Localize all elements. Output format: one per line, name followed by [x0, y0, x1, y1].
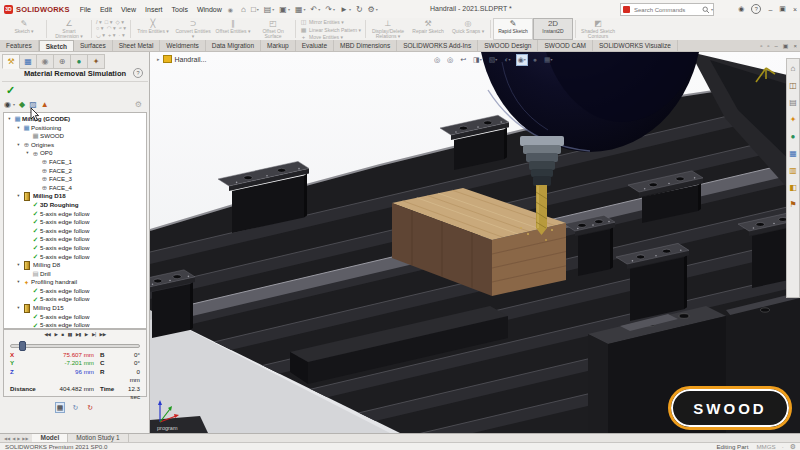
units-selector[interactable]: MMGS: [756, 443, 775, 450]
doc-window-control-icon[interactable]: ▣: [783, 40, 789, 52]
sketch-tool-icon[interactable]: ≈ ▾: [119, 26, 126, 32]
ribbon-shaded-sketch-contours[interactable]: ◩Shaded Sketch Contours: [578, 18, 618, 40]
tree-item[interactable]: ▾Milling D18: [4, 192, 146, 201]
restore-icon[interactable]: ▣: [779, 5, 786, 13]
tree-item[interactable]: ✓5-axis edge follow: [4, 313, 146, 322]
doc-window-control-icon[interactable]: ×: [793, 40, 797, 52]
expand-caret-icon[interactable]: ▾: [24, 149, 31, 158]
menu-window[interactable]: Window: [197, 6, 222, 13]
appearances-icon[interactable]: ●: [531, 54, 539, 66]
view-orientation-icon[interactable]: ▧▾: [487, 54, 500, 66]
ribbon-trim-entities[interactable]: ╳Trim Entities ▾: [133, 18, 173, 40]
tab-sketch[interactable]: Sketch: [39, 40, 74, 51]
transport-button[interactable]: ▶▮: [76, 332, 81, 337]
transport-button[interactable]: ▶: [85, 332, 88, 337]
view-settings-icon[interactable]: ▦▾: [542, 54, 555, 66]
model-tab-motion-study-1[interactable]: Motion Study 1: [68, 434, 128, 442]
ribbon-instant2d[interactable]: 2DInstant2D: [533, 18, 573, 40]
tab-sheet-metal[interactable]: Sheet Metal: [113, 40, 161, 51]
view-palette-icon[interactable]: ✦: [790, 112, 797, 128]
options-button[interactable]: ⚙▾: [368, 5, 378, 14]
simulation-quality-icon[interactable]: ◆: [19, 100, 25, 109]
ok-button[interactable]: ✓: [6, 84, 15, 97]
tree-item[interactable]: ✓5-axis edge follow: [4, 253, 146, 262]
ribbon-linear-sketch-pattern[interactable]: ▦Linear Sketch Pattern ▾: [300, 26, 361, 33]
origin-tab[interactable]: ⊕: [54, 54, 71, 69]
tooling-tab[interactable]: ✦: [88, 54, 105, 69]
search-icon[interactable]: [702, 6, 710, 14]
zoom-fit-icon[interactable]: ◎: [432, 54, 442, 66]
doc-window-control-icon[interactable]: ▫: [760, 40, 762, 52]
tree-item[interactable]: ▾Milling D15: [4, 304, 146, 313]
tree-item[interactable]: ✓5-axis edge follow: [4, 287, 146, 296]
tab-evaluate[interactable]: Evaluate: [296, 40, 334, 51]
ribbon-offset-on-surface[interactable]: ◰Offset On Surface: [253, 18, 293, 40]
tree-item[interactable]: ✓5-axis edge follow: [4, 210, 146, 219]
refresh-stock-icon[interactable]: ↻: [70, 402, 80, 413]
appearances-scenes-icon[interactable]: ●: [791, 129, 796, 145]
tab-data-migration[interactable]: Data Migration: [206, 40, 261, 51]
rebuild-button[interactable]: ↻: [356, 5, 363, 14]
custom-properties-icon[interactable]: ▦: [789, 146, 797, 162]
ribbon-mirror-entities[interactable]: ◫Mirror Entities ▾: [300, 18, 361, 25]
hide-show-items-icon[interactable]: ◉▾: [516, 54, 528, 66]
tree-item[interactable]: ▤Drill: [4, 270, 146, 279]
gcode-tab[interactable]: ▦: [20, 54, 37, 69]
tree-item[interactable]: ✓5-axis edge follow: [4, 321, 146, 329]
expand-caret-icon[interactable]: ▾: [15, 192, 22, 201]
swood-cam-pane-icon[interactable]: ⚑: [789, 197, 796, 213]
tree-item[interactable]: ✓3D Roughing: [4, 201, 146, 210]
slider-track[interactable]: [10, 344, 140, 348]
tree-item[interactable]: ✓5-axis edge follow: [4, 244, 146, 253]
minimize-icon[interactable]: –: [768, 6, 772, 13]
taskpane-home-icon[interactable]: ⌂: [791, 61, 796, 77]
ribbon-quick-snaps[interactable]: ◎Quick Snaps ▾: [448, 18, 488, 40]
home-button[interactable]: ⌂: [241, 5, 246, 14]
swood-cam-simulation-tab[interactable]: ⚒: [2, 54, 20, 69]
tab-scroll-icon[interactable]: ▶▶: [22, 436, 28, 441]
file-explorer-icon[interactable]: ▤: [789, 95, 797, 111]
expand-caret-icon[interactable]: ▾: [15, 278, 22, 287]
tree-item[interactable]: ▾▦Milling (GCODE): [4, 115, 146, 124]
tree-item[interactable]: ▾Milling D8: [4, 261, 146, 270]
tab-surfaces[interactable]: Surfaces: [74, 40, 113, 51]
breadcrumb[interactable]: ▸ Handrail...: [157, 55, 206, 63]
tree-item[interactable]: ▦SWOOD: [4, 132, 146, 141]
ribbon-display-delete-relations[interactable]: ⊥Display/Delete Relations ▾: [368, 18, 408, 40]
tab-solidworks-visualize[interactable]: SOLIDWORKS Visualize: [593, 40, 678, 51]
tab-swood-cam[interactable]: SWOOD CAM: [538, 40, 593, 51]
visibility-icon[interactable]: ◉: [4, 100, 11, 109]
sketch-entity-tools[interactable]: / ▾□ ▾◇ ▾○ ▾◠ ▾≈ ▾◡ ▾+ ▾· ▾: [94, 18, 128, 40]
machining-tab[interactable]: ◉: [37, 54, 54, 69]
tab-scroll-icon[interactable]: ◀: [12, 436, 15, 441]
doc-window-control-icon[interactable]: –: [774, 40, 777, 52]
transport-button[interactable]: ▶|: [92, 332, 96, 337]
expand-caret-icon[interactable]: ▾: [15, 304, 22, 313]
tree-item[interactable]: ▾⊕Origines: [4, 141, 146, 150]
ribbon-offset-entities[interactable]: ∥Offset Entities ▾: [213, 18, 253, 40]
tree-item[interactable]: ⊕FACE_3: [4, 175, 146, 184]
undo-button[interactable]: ↶▾: [311, 5, 321, 14]
status-options-icon[interactable]: ⚙: [790, 443, 796, 450]
tab-solidworks-add-ins[interactable]: SOLIDWORKS Add-Ins: [397, 40, 478, 51]
redo-button[interactable]: ↷▾: [325, 5, 335, 14]
tree-item[interactable]: ▾▦Positioning: [4, 124, 146, 133]
tree-item[interactable]: ⊕FACE_1: [4, 158, 146, 167]
graphics-viewport[interactable]: program ▸ Handrail... ◎◎↩◨▾▧▾◐▾◉▾●▦▾: [150, 52, 800, 433]
post-processor-tab[interactable]: ●: [71, 54, 88, 69]
menu-view[interactable]: View: [121, 6, 136, 13]
tree-item[interactable]: ▾✦Profiling handrail: [4, 278, 146, 287]
zoom-area-icon[interactable]: ◎: [445, 54, 455, 66]
menu-file[interactable]: File: [80, 6, 91, 13]
section-view-icon[interactable]: ◨▾: [471, 54, 484, 66]
breadcrumb-label[interactable]: Handrail...: [175, 56, 207, 63]
reset-simulation-icon[interactable]: ↻: [85, 402, 95, 413]
tab-weldments[interactable]: Weldments: [160, 40, 205, 51]
swood-boxes-icon[interactable]: ▥: [789, 163, 797, 179]
menu-tools[interactable]: Tools: [172, 6, 188, 13]
tree-item[interactable]: ⊕FACE_4: [4, 184, 146, 193]
expand-caret-icon[interactable]: ▾: [15, 261, 22, 270]
tab-scroll-icon[interactable]: ◀◀: [4, 436, 10, 441]
print-button[interactable]: ▦▾: [295, 5, 306, 14]
menu-insert[interactable]: Insert: [145, 6, 163, 13]
